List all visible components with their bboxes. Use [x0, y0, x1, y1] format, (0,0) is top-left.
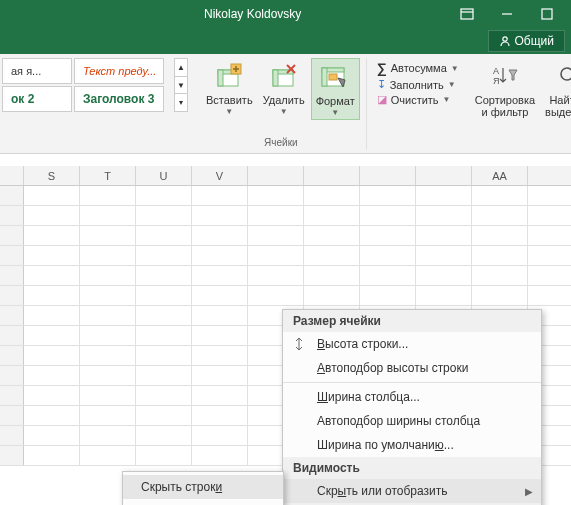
cell[interactable] — [472, 286, 528, 305]
cell[interactable] — [24, 326, 80, 345]
spreadsheet-grid[interactable]: S T U V AA Размер ячейки Высота строки..… — [0, 166, 571, 505]
cell[interactable] — [24, 266, 80, 285]
cell[interactable] — [304, 226, 360, 245]
cell[interactable] — [192, 206, 248, 225]
delete-button[interactable]: Удалить ▼ — [259, 58, 309, 120]
cell[interactable] — [472, 266, 528, 285]
cell[interactable] — [0, 286, 24, 305]
cell[interactable] — [192, 406, 248, 425]
cell[interactable] — [0, 306, 24, 325]
style-gallery[interactable]: ая я... Текст преду... ок 2 Заголовок 3 — [2, 58, 164, 112]
clear-button[interactable]: ◪ Очистить ▼ — [377, 93, 459, 106]
gallery-down-icon[interactable]: ▼ — [175, 77, 187, 95]
hide-unhide-item[interactable]: Скрыть или отобразить ▶ — [283, 479, 541, 503]
cell[interactable] — [248, 206, 304, 225]
style-item[interactable]: ок 2 — [2, 86, 72, 112]
ribbon-display-options[interactable] — [447, 0, 487, 28]
autofit-col-item[interactable]: Автоподбор ширины столбца — [283, 409, 541, 433]
cell[interactable] — [304, 186, 360, 205]
gallery-scroll[interactable]: ▲ ▼ ▾ — [174, 58, 188, 112]
cell[interactable] — [24, 446, 80, 465]
cell[interactable] — [80, 406, 136, 425]
style-item[interactable]: ая я... — [2, 58, 72, 84]
grid-row[interactable] — [0, 226, 571, 246]
cell[interactable] — [80, 386, 136, 405]
cell[interactable] — [472, 226, 528, 245]
autofit-row-item[interactable]: Автоподбор высоты строки — [283, 356, 541, 380]
grid-row[interactable] — [0, 246, 571, 266]
col-header[interactable]: S — [24, 166, 80, 185]
cell[interactable] — [0, 386, 24, 405]
cell[interactable] — [416, 206, 472, 225]
maximize-button[interactable] — [527, 0, 567, 28]
grid-row[interactable] — [0, 266, 571, 286]
cell[interactable] — [416, 186, 472, 205]
cell[interactable] — [416, 226, 472, 245]
cell[interactable] — [136, 186, 192, 205]
cell[interactable] — [80, 306, 136, 325]
cell[interactable] — [192, 426, 248, 445]
col-header[interactable]: V — [192, 166, 248, 185]
gallery-up-icon[interactable]: ▲ — [175, 59, 187, 77]
cell[interactable] — [80, 366, 136, 385]
sort-filter-button[interactable]: AЯ Сортировка и фильтр — [471, 58, 539, 120]
cell[interactable] — [0, 186, 24, 205]
cell[interactable] — [80, 206, 136, 225]
cell[interactable] — [80, 246, 136, 265]
cell[interactable] — [24, 406, 80, 425]
cell[interactable] — [192, 386, 248, 405]
gallery-more-icon[interactable]: ▾ — [175, 94, 187, 111]
cell[interactable] — [0, 226, 24, 245]
col-header[interactable]: U — [136, 166, 192, 185]
cell[interactable] — [416, 286, 472, 305]
cell[interactable] — [80, 226, 136, 245]
col-header[interactable]: AA — [472, 166, 528, 185]
cell[interactable] — [136, 266, 192, 285]
cell[interactable] — [0, 446, 24, 465]
cell[interactable] — [136, 406, 192, 425]
cell[interactable] — [24, 306, 80, 325]
grid-row[interactable] — [0, 286, 571, 306]
share-button[interactable]: Общий — [488, 30, 566, 52]
cell[interactable] — [80, 426, 136, 445]
hide-cols-item[interactable]: Скрыть столбцы — [123, 499, 283, 505]
minimize-button[interactable] — [487, 0, 527, 28]
cell[interactable] — [192, 366, 248, 385]
cell[interactable] — [248, 266, 304, 285]
grid-row[interactable] — [0, 206, 571, 226]
cell[interactable] — [360, 246, 416, 265]
cell[interactable] — [0, 206, 24, 225]
grid-row[interactable] — [0, 186, 571, 206]
cell[interactable] — [192, 326, 248, 345]
cell[interactable] — [472, 206, 528, 225]
cell[interactable] — [136, 446, 192, 465]
cell[interactable] — [136, 386, 192, 405]
cell[interactable] — [360, 186, 416, 205]
cell[interactable] — [24, 206, 80, 225]
col-header[interactable] — [304, 166, 360, 185]
cell[interactable] — [192, 186, 248, 205]
cell[interactable] — [24, 226, 80, 245]
cell[interactable] — [248, 186, 304, 205]
cell[interactable] — [80, 286, 136, 305]
cell[interactable] — [24, 386, 80, 405]
cell[interactable] — [192, 306, 248, 325]
cell[interactable] — [416, 246, 472, 265]
cell[interactable] — [472, 246, 528, 265]
cell[interactable] — [0, 246, 24, 265]
cell[interactable] — [304, 206, 360, 225]
cell[interactable] — [80, 446, 136, 465]
cell[interactable] — [416, 266, 472, 285]
cell[interactable] — [136, 306, 192, 325]
cell[interactable] — [0, 346, 24, 365]
style-item[interactable]: Текст преду... — [74, 58, 164, 84]
cell[interactable] — [24, 366, 80, 385]
insert-button[interactable]: Вставить ▼ — [202, 58, 257, 120]
cell[interactable] — [136, 246, 192, 265]
col-header[interactable] — [416, 166, 472, 185]
cell[interactable] — [136, 286, 192, 305]
cell[interactable] — [0, 426, 24, 445]
cell[interactable] — [136, 346, 192, 365]
cell[interactable] — [136, 366, 192, 385]
cell[interactable] — [80, 326, 136, 345]
